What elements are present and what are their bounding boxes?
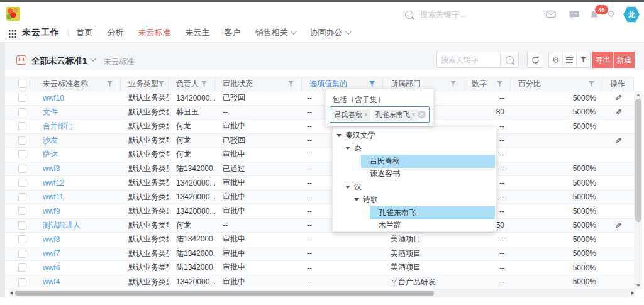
row-checkbox[interactable] (18, 165, 26, 173)
app-grid-icon[interactable] (9, 29, 16, 36)
row-checkbox[interactable] (18, 179, 26, 187)
chat-icon[interactable] (569, 10, 579, 18)
nav-item-6[interactable]: 销售相关 (255, 27, 295, 38)
scope-title[interactable]: 全部未云标准1 (31, 55, 87, 67)
filter-icon[interactable] (158, 81, 164, 87)
nav-item-3[interactable]: 未云标准 (138, 27, 170, 38)
filter-icon[interactable] (497, 81, 502, 87)
select-all-checkbox[interactable] (18, 80, 26, 88)
row-checkbox[interactable] (18, 136, 26, 145)
column-header-4[interactable]: 审批状态 (215, 77, 302, 91)
table-row[interactable]: wwf6默认业务类型陆1342000...审批中--美酒项目--5000% (5, 261, 634, 275)
list-search[interactable] (436, 52, 519, 68)
table-row[interactable]: wwf10默认业务类型13420000...已驳回----5000%✎ (5, 91, 634, 106)
filter-icon[interactable] (589, 81, 594, 87)
tree-leaf-selected[interactable]: 孔雀东南飞 (370, 206, 495, 219)
settings-button[interactable]: ⚙ (549, 52, 562, 67)
list-search-input[interactable] (437, 55, 500, 64)
chevron-expanded-icon[interactable] (345, 147, 350, 150)
record-link[interactable]: wwf9 (43, 207, 60, 216)
record-link[interactable]: 文件 (43, 107, 58, 118)
record-link[interactable]: wwf8 (43, 235, 60, 244)
edit-icon[interactable]: ✎ (615, 136, 622, 145)
row-checkbox[interactable] (18, 235, 26, 243)
filter-icon[interactable] (107, 81, 113, 87)
filter-icon[interactable] (450, 81, 456, 87)
tree-leaf[interactable]: 谏逐客书 (361, 168, 495, 181)
table-row[interactable]: 合并部门默认业务类型何龙审批中----5000% (5, 119, 634, 134)
filter-icon[interactable] (369, 81, 375, 87)
row-checkbox[interactable] (18, 150, 26, 158)
row-checkbox[interactable] (18, 278, 26, 286)
remove-tag-icon[interactable]: × (364, 111, 368, 118)
scroll-up-icon[interactable] (636, 94, 640, 96)
record-link[interactable]: 沙发 (43, 135, 58, 146)
row-checkbox[interactable] (18, 263, 26, 272)
tree-item[interactable]: 秦 (333, 142, 496, 155)
edit-icon[interactable]: ✎ (615, 94, 622, 102)
export-button[interactable]: 导出 (592, 52, 613, 68)
chevron-expanded-icon[interactable] (336, 134, 341, 137)
table-row[interactable]: wwf9默认业务类型13420000...审批中----5000% (5, 204, 634, 219)
nav-item-2[interactable]: 分析 (107, 27, 123, 38)
table-row[interactable]: wwf7默认业务类型陆1342000...审批中--美酒项目--5000% (5, 247, 634, 262)
record-link[interactable]: wwf4 (43, 277, 60, 286)
edit-icon[interactable]: ✎ (615, 221, 622, 230)
column-header-8[interactable]: 百分比 (511, 77, 602, 91)
global-search[interactable] (405, 8, 543, 21)
nav-item-4[interactable]: 未云主 (185, 27, 209, 38)
filter-icon[interactable] (288, 81, 294, 87)
chevron-expanded-icon[interactable] (354, 198, 359, 201)
tree-leaf[interactable]: 木兰辞 (370, 219, 495, 233)
tree-item[interactable]: 汉 (333, 180, 496, 194)
table-row[interactable]: wwf4默认业务类型13420000...审批中--平台产品研发--5000% (5, 275, 634, 290)
app-logo[interactable] (6, 7, 20, 21)
column-header-1[interactable]: 未云标准名称 (35, 77, 121, 91)
table-row[interactable]: 沙发默认业务类型何龙已驳回----✎ (5, 134, 634, 148)
clear-input-icon[interactable]: ✕ (418, 111, 426, 119)
record-link[interactable]: wwf6 (43, 263, 60, 272)
record-link[interactable]: 合并部门 (43, 121, 73, 131)
edit-icon[interactable]: ✎ (615, 108, 622, 116)
remove-tag-icon[interactable]: × (412, 111, 416, 118)
scroll-right-icon[interactable] (631, 291, 634, 295)
nav-item-5[interactable]: 客户 (224, 27, 240, 38)
table-row[interactable]: wwf12默认业务类型13420000...审批中----5000% (5, 176, 634, 191)
tree-item[interactable]: 谏逐客书 (333, 168, 496, 181)
row-checkbox[interactable] (18, 250, 26, 258)
record-link[interactable]: wwf11 (43, 192, 64, 201)
record-link[interactable]: 萨达 (43, 149, 58, 160)
table-row[interactable]: 萨达默认业务类型何龙审批中---- (5, 148, 634, 162)
scroll-left-icon[interactable] (10, 291, 13, 295)
vertical-scrollbar[interactable] (634, 91, 642, 289)
horizontal-scroll-thumb[interactable] (15, 291, 434, 296)
row-checkbox[interactable] (18, 108, 26, 116)
table-row[interactable]: wwf8默认业务类型陆1342000...审批中--美酒项目--5000% (5, 233, 634, 247)
tree-item[interactable]: 秦汉文学 (333, 129, 496, 142)
horizontal-scrollbar[interactable] (9, 289, 635, 297)
mail-icon[interactable] (546, 10, 556, 18)
tree-item[interactable]: 吕氏春秋 (333, 155, 496, 168)
tree-item[interactable]: 孔雀东南飞 (333, 206, 496, 219)
table-row[interactable]: wwf3默认业务类型陆1342000...已通过----5000% (5, 162, 634, 177)
refresh-button[interactable] (527, 52, 543, 68)
row-checkbox[interactable] (18, 94, 26, 102)
record-link[interactable]: wwf10 (43, 94, 64, 103)
filter-tag-input[interactable]: 吕氏春秋×孔雀东南飞× ✕ (330, 106, 430, 123)
tree-item[interactable]: 木兰辞 (333, 219, 496, 233)
table-row[interactable]: 文件默认业务类型韩丑丑----805000%✎ (5, 106, 634, 120)
record-link[interactable]: wwf12 (43, 179, 64, 187)
row-checkbox[interactable] (18, 122, 26, 130)
scroll-down-icon[interactable] (636, 284, 640, 287)
row-checkbox[interactable] (18, 193, 26, 201)
filter-icon[interactable] (201, 81, 207, 87)
column-header-9[interactable]: 操作 (602, 77, 634, 91)
record-link[interactable]: wwf3 (43, 164, 60, 173)
avatar[interactable]: 龙 (623, 6, 640, 23)
list-view-button[interactable] (562, 52, 576, 67)
table-row[interactable]: 测试跟进人默认业务类型何龙----培训项目组505000%✎ (5, 219, 634, 233)
record-link[interactable]: 测试跟进人 (43, 220, 80, 231)
vertical-scroll-thumb[interactable] (635, 99, 641, 222)
filter-button[interactable] (576, 52, 590, 67)
search-icon[interactable] (500, 52, 518, 67)
